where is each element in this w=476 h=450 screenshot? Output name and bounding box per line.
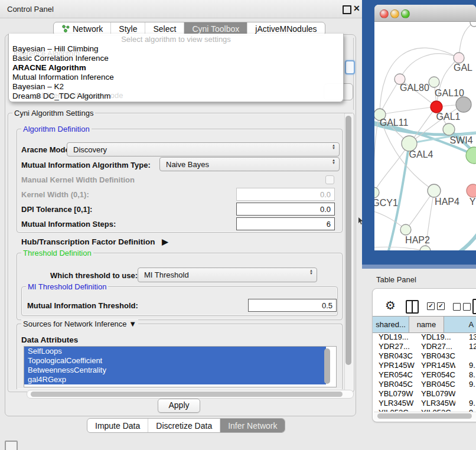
table-hscrollbar-thumb[interactable] xyxy=(377,413,472,419)
network-node[interactable] xyxy=(456,97,471,112)
float-window-icon[interactable] xyxy=(343,5,351,14)
table-hscrollbar-track[interactable] xyxy=(374,412,476,420)
table-row[interactable]: YBR043CYBR043C xyxy=(373,351,476,361)
network-edge xyxy=(400,54,459,79)
table-row[interactable]: YBL079WYBL079W xyxy=(373,389,476,399)
tab-label: Style xyxy=(119,24,137,34)
sources-group-title: Sources for Network Inference ▼ xyxy=(21,319,138,328)
cyni-algorithm-settings-title: Cyni Algorithm Settings xyxy=(12,109,95,118)
algorithm-dropdown: Select algorithm to view settings Bayesi… xyxy=(8,34,344,102)
background-combo-stepper xyxy=(345,60,355,74)
network-node-label: GCY1 xyxy=(374,198,398,208)
network-node-hap4[interactable] xyxy=(428,184,441,197)
table-panel-title: Table Panel xyxy=(376,275,416,284)
network-node[interactable] xyxy=(420,246,431,250)
settings-hscrollbar-thumb[interactable] xyxy=(31,392,343,397)
mi-type-combo[interactable]: Naive Bayes ▲▼ xyxy=(159,157,340,171)
algorithm-option[interactable]: Mutual Information Inference xyxy=(11,73,341,82)
gear-icon[interactable]: ⚙ xyxy=(385,298,396,312)
attribute-list-item[interactable]: TopologicalCoefficient xyxy=(24,356,326,366)
network-node-label: Y xyxy=(470,197,476,207)
network-edge xyxy=(406,191,434,230)
network-node[interactable] xyxy=(470,22,476,27)
table-cell: YDL19... xyxy=(373,332,415,342)
tab-label: Infer Network xyxy=(228,421,277,431)
mi-type-label: Mutual Information Algorithm Type: xyxy=(21,161,151,169)
network-node-gal[interactable] xyxy=(454,53,464,63)
mi-steps-field[interactable] xyxy=(236,217,335,230)
network-canvas[interactable]: GALGAL80GAL10GAL1GAL11SWI4GAL4GCY1HAP4YH… xyxy=(374,22,476,250)
table-cell: 9. xyxy=(455,380,476,389)
aracne-mode-combo[interactable]: Discovery ▲▼ xyxy=(67,142,340,156)
algorithm-option[interactable]: Bayesian – Hill Climbing xyxy=(11,44,341,54)
attribute-list-item[interactable]: BetweennessCentrality xyxy=(24,366,326,375)
network-node-swi4[interactable] xyxy=(443,123,455,135)
mi-threshold-field[interactable] xyxy=(248,299,337,312)
dpi-tolerance-label: DPI Tolerance [0,1]: xyxy=(21,205,92,214)
kernel-width-label: Kernel Width (0,1): xyxy=(21,190,89,199)
apply-button[interactable]: Apply xyxy=(158,399,200,413)
which-threshold-combo[interactable]: MI Threshold ▲▼ xyxy=(138,268,317,282)
mi-type-value: Naive Bayes xyxy=(166,160,209,169)
dock-panel-icon[interactable] xyxy=(5,441,18,450)
kernel-width-field[interactable] xyxy=(236,188,335,201)
unchecked-box-icon[interactable] xyxy=(453,303,461,311)
network-window-titlebar[interactable] xyxy=(374,5,476,22)
mouse-cursor-icon xyxy=(358,217,364,225)
tab-discretize-data[interactable]: Discretize Data xyxy=(148,419,220,432)
table-row[interactable]: YLR345WYLR345W9. xyxy=(373,399,476,408)
network-node-gcy1[interactable] xyxy=(374,187,379,198)
column-header-shared[interactable]: shared... xyxy=(373,317,409,332)
network-icon xyxy=(61,24,70,33)
checked-box-icon[interactable]: ✓ xyxy=(437,302,445,310)
bottom-tabs: Impute DataDiscretize DataInfer Network xyxy=(87,418,285,433)
collapse-down-icon[interactable]: ▼ xyxy=(129,319,136,328)
attributes-scrollbar-thumb[interactable] xyxy=(324,348,330,384)
network-node-hap2[interactable] xyxy=(400,224,411,235)
network-window: GALGAL80GAL10GAL1GAL11SWI4GAL4GCY1HAP4YH… xyxy=(374,5,476,250)
column-header-a[interactable]: A xyxy=(444,317,476,332)
algorithm-option[interactable]: Basic Correlation Inference xyxy=(11,54,341,63)
tab-infer-network[interactable]: Infer Network xyxy=(220,419,285,432)
algorithm-option[interactable]: Bayesian – K2 xyxy=(11,82,341,92)
algorithm-option[interactable]: ARACNE Algorithm xyxy=(11,63,341,73)
table-cell: 9. xyxy=(455,399,476,408)
network-node-y[interactable] xyxy=(467,184,476,197)
manual-kernel-checkbox[interactable] xyxy=(325,175,334,184)
stepper-arrows-icon: ▲▼ xyxy=(332,144,335,150)
data-attributes-list[interactable]: SelfLoopsTopologicalCoefficientBetweenne… xyxy=(24,346,337,387)
network-node-gal10[interactable] xyxy=(429,77,439,87)
tab-impute-data[interactable]: Impute Data xyxy=(87,419,148,432)
column-header-name[interactable]: name xyxy=(409,317,444,332)
table-cell: YBR043C xyxy=(415,351,455,361)
sources-title-text: Sources for Network Inference xyxy=(23,319,127,328)
attribute-list-item[interactable]: SelfLoops xyxy=(24,347,326,356)
network-node-gal1[interactable] xyxy=(431,101,442,113)
table-row[interactable]: YBR045CYBR045C9. xyxy=(373,380,476,389)
network-node[interactable] xyxy=(466,147,476,164)
close-traffic-light-icon[interactable] xyxy=(380,9,389,18)
table-panel: ⚙ ✓ ✓ shared...nameA YDL19...YDL19...13Y… xyxy=(372,288,476,422)
hub-definition-label: Hub/Transcription Factor Definition xyxy=(21,237,155,246)
settings-scrollbar-thumb[interactable] xyxy=(345,116,351,365)
algorithm-option[interactable]: Dream8 DC_TDC Algorithm xyxy=(11,92,341,101)
aracne-mode-label: Aracne Mode: xyxy=(21,145,72,154)
table-row[interactable]: YER054CYER054C8. xyxy=(373,370,476,380)
network-graph: GALGAL80GAL10GAL1GAL11SWI4GAL4GCY1HAP4YH… xyxy=(374,22,476,250)
hub-definition-expander[interactable]: Hub/Transcription Factor Definition ▶ xyxy=(21,237,168,246)
table-cell: YPR145W xyxy=(373,361,415,370)
table-row[interactable]: YDL19...YDL19...13 xyxy=(373,332,476,342)
unchecked-box-icon[interactable] xyxy=(463,303,471,311)
algorithm-dropdown-items: Bayesian – Hill ClimbingBasic Correlatio… xyxy=(11,44,341,101)
dpi-tolerance-field[interactable] xyxy=(236,203,335,216)
zoom-traffic-light-icon[interactable] xyxy=(401,9,410,18)
checked-box-icon[interactable]: ✓ xyxy=(427,302,435,310)
document-icon[interactable] xyxy=(472,299,476,314)
close-icon[interactable]: ✕ xyxy=(353,4,360,13)
split-columns-icon[interactable] xyxy=(406,300,419,314)
minimize-traffic-light-icon[interactable] xyxy=(390,9,399,18)
settings-hscrollbar-track[interactable] xyxy=(27,390,354,399)
attribute-list-item[interactable]: gal4RGexp xyxy=(24,375,326,384)
table-row[interactable]: YDR27...YDR27...12 xyxy=(373,342,476,351)
table-row[interactable]: YPR145WYPR145W9. xyxy=(373,361,476,370)
